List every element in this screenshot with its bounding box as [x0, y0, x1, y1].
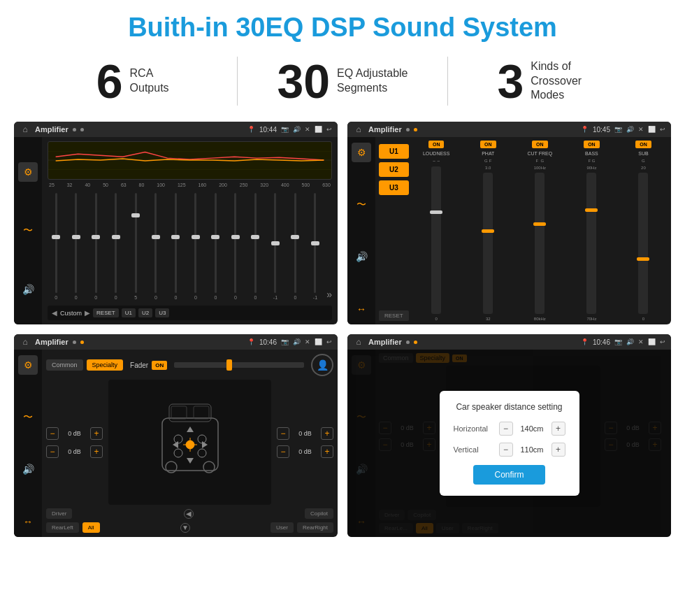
- fader-tab-specialty[interactable]: Specialty: [87, 359, 124, 371]
- eq-slider-11[interactable]: 0: [247, 193, 264, 300]
- eq-label-125: 125: [178, 182, 186, 187]
- bass-slider[interactable]: [586, 173, 596, 314]
- status-dot-1: [73, 128, 76, 131]
- xover-u1-button[interactable]: U1: [379, 144, 409, 159]
- eq-slider-13[interactable]: 0: [287, 193, 304, 300]
- xover-sound-icon: 🔊: [626, 126, 634, 133]
- eq-slider-3[interactable]: 0: [87, 193, 105, 300]
- camera-icon: 📷: [281, 126, 289, 133]
- dialog-vertical-plus[interactable]: +: [551, 443, 565, 457]
- xover-sidebar-icon-arrows[interactable]: ↔: [352, 299, 371, 319]
- fader-vol-row-2: − 0 dB +: [46, 445, 103, 458]
- eq-slider-8[interactable]: 0: [187, 193, 205, 300]
- phat-slider[interactable]: [483, 173, 493, 314]
- dialog-confirm-button[interactable]: Confirm: [473, 465, 545, 485]
- xover-status-time: 10:45: [593, 126, 610, 134]
- xover-sidebar-icon-wave[interactable]: 〜: [352, 195, 371, 215]
- fader-left-arrow-icon[interactable]: ◀: [184, 509, 194, 519]
- fader-copilot-button[interactable]: Copilot: [305, 508, 333, 519]
- eq-main: 25 32 40 50 63 80 100 125 160 200 250 32…: [42, 137, 338, 324]
- xover-sidebar-icon-eq[interactable]: ⚙: [352, 143, 371, 162]
- fader-minus-2[interactable]: −: [46, 445, 59, 458]
- eq-slider-14[interactable]: -1: [307, 193, 324, 300]
- fader-minus-3[interactable]: −: [277, 427, 289, 440]
- xover-sidebar-icon-speaker[interactable]: 🔊: [352, 247, 371, 266]
- fader-sidebar-icon-eq[interactable]: ⚙: [18, 355, 38, 375]
- eq-sidebar-icon-wave[interactable]: 〜: [18, 221, 38, 241]
- dialog-vertical-minus[interactable]: −: [499, 443, 513, 457]
- eq-slider-1[interactable]: 0: [48, 193, 65, 300]
- fader-rearleft-button[interactable]: RearLeft: [46, 522, 79, 533]
- crossover-main-area: U1 U2 U3 RESET ON LOUDNESS ~ ~: [375, 137, 671, 324]
- svg-point-12: [198, 449, 206, 457]
- fader-vol-row-1: − 0 dB +: [46, 427, 103, 440]
- sub-val: 0: [642, 317, 644, 321]
- dialog-horizontal-value: 140cm: [517, 424, 548, 433]
- eq-app-title: Amplifier: [35, 125, 68, 134]
- eq-slider-5[interactable]: 5: [127, 193, 145, 300]
- location-icon: 📍: [247, 126, 255, 133]
- fader-content: ⚙ 〜 🔊 ↔ Common Specialty Fader ON: [14, 350, 338, 537]
- xover-u3-button[interactable]: U3: [379, 180, 409, 195]
- eq-sidebar-icon-eq[interactable]: ⚙: [18, 162, 38, 182]
- xover-app-title: Amplifier: [368, 125, 402, 134]
- xover-channel-cutfreq: ON CUT FREQ F G 100Hz 80kHz: [516, 141, 564, 321]
- fader-user-button[interactable]: User: [271, 522, 294, 533]
- fader-all-button[interactable]: All: [82, 522, 100, 533]
- eq-slider-7[interactable]: 0: [167, 193, 185, 300]
- eq-sidebar: ⚙ 〜 🔊: [14, 137, 42, 324]
- fader-label: Fader: [130, 361, 148, 369]
- stat-divider-1: [237, 57, 238, 106]
- fader-plus-4[interactable]: +: [321, 445, 333, 458]
- fader-status-bar: ⌂ Amplifier 📍 10:46 📷 🔊 ✕ ⬜ ↩: [14, 334, 338, 350]
- eq-u3-button[interactable]: U3: [155, 308, 169, 317]
- dialog-horizontal-minus[interactable]: −: [499, 422, 513, 436]
- fader-user-icon[interactable]: 👤: [311, 354, 333, 376]
- xover-u2-button[interactable]: U2: [379, 162, 409, 177]
- xover-reset-button[interactable]: RESET: [379, 310, 409, 321]
- eq-arrow-right[interactable]: »: [326, 289, 332, 300]
- eq-next-icon[interactable]: ▶: [85, 309, 90, 317]
- loudness-slider[interactable]: [431, 166, 441, 314]
- fader-sidebar-icon-arrows[interactable]: ↔: [18, 512, 38, 531]
- eq-u1-button[interactable]: U1: [122, 308, 136, 317]
- status-time-1: 10:44: [259, 126, 277, 134]
- eq-sidebar-icon-speaker[interactable]: 🔊: [18, 280, 38, 299]
- eq-slider-9[interactable]: 0: [207, 193, 224, 300]
- eq-graph: [48, 141, 332, 180]
- eq-slider-10[interactable]: 0: [227, 193, 245, 300]
- fader-minus-4[interactable]: −: [277, 445, 289, 458]
- eq-status-bar: ⌂ Amplifier 📍 10:44 📷 🔊 ✕ ⬜ ↩: [14, 122, 338, 137]
- fader-window-icon: ⬜: [315, 338, 322, 345]
- dialog-window-icon: ⬜: [648, 338, 656, 345]
- fader-driver-button[interactable]: Driver: [46, 508, 72, 519]
- dialog-horizontal-plus[interactable]: +: [551, 422, 565, 436]
- xover-close-icon: ✕: [638, 126, 644, 133]
- close-icon: ✕: [305, 126, 310, 133]
- cutfreq-slider[interactable]: [535, 173, 545, 314]
- fader-plus-1[interactable]: +: [90, 427, 103, 440]
- eq-label-320: 320: [260, 182, 268, 187]
- eq-prev-icon[interactable]: ◀: [52, 309, 57, 317]
- xover-channel-phat: ON PHAT G F 3.0 32: [464, 141, 512, 321]
- sub-label: SUB: [638, 151, 648, 156]
- xover-camera-icon: 📷: [614, 126, 622, 133]
- eq-slider-6[interactable]: 0: [147, 193, 165, 300]
- eq-slider-2[interactable]: 0: [68, 193, 85, 300]
- fader-down-arrow-icon[interactable]: ▼: [180, 523, 190, 533]
- fader-minus-1[interactable]: −: [46, 427, 59, 440]
- fader-tab-common[interactable]: Common: [46, 359, 83, 371]
- fader-sidebar: ⚙ 〜 🔊 ↔: [14, 350, 42, 537]
- fader-rearright-button[interactable]: RearRight: [297, 522, 333, 533]
- fader-sidebar-icon-wave[interactable]: 〜: [18, 408, 38, 427]
- fader-plus-3[interactable]: +: [321, 427, 333, 440]
- fader-vol-val-4: 0 dB: [293, 448, 317, 455]
- sub-slider[interactable]: [638, 173, 648, 314]
- eq-reset-button[interactable]: RESET: [93, 308, 119, 317]
- fader-plus-2[interactable]: +: [90, 445, 103, 458]
- eq-slider-4[interactable]: 0: [108, 193, 125, 300]
- eq-slider-12[interactable]: -1: [267, 193, 284, 300]
- fader-vol-val-3: 0 dB: [293, 430, 317, 437]
- fader-sidebar-icon-speaker[interactable]: 🔊: [18, 459, 38, 479]
- eq-u2-button[interactable]: U2: [138, 308, 152, 317]
